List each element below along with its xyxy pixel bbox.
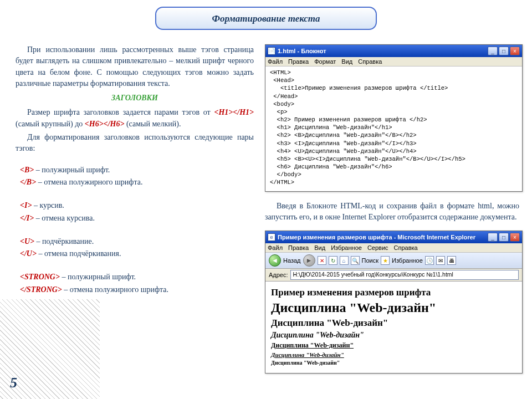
ie-address-bar: Адрес: H:\ДЮ\2014-2015 учебный год\Конку…	[265, 269, 522, 282]
section-heading: ЗАГОЛОВКИ	[16, 93, 254, 104]
notepad-titlebar: 📄 1.html - Блокнот _ □ ×	[265, 45, 522, 57]
tag-list: <B> – полужирный шрифт. </B> – отмена по…	[16, 165, 254, 295]
search-icon[interactable]: 🔍	[351, 256, 360, 265]
ie-window: e Пример изменения размеров шрифта - Mic…	[265, 231, 523, 374]
notepad-window: 📄 1.html - Блокнот _ □ × Файл Правка Фор…	[265, 44, 523, 192]
forward-button[interactable]: ►	[303, 254, 315, 267]
tag-i-open: <I>	[20, 201, 32, 209]
back-label: Назад	[283, 257, 301, 264]
right-column: 📄 1.html - Блокнот _ □ × Файл Правка Фор…	[265, 44, 523, 374]
tag-b-close: </B>	[20, 178, 36, 186]
tag-h6-open: <H6>	[85, 120, 104, 128]
print-icon[interactable]: 🖶	[447, 256, 456, 265]
stop-icon[interactable]: ✕	[318, 256, 326, 265]
tag-h1-close: </H1>	[233, 108, 254, 116]
search-label: Поиск	[362, 257, 378, 264]
notepad-editor[interactable]: <HTML> <Head> <title>Пример изменения ра…	[265, 66, 522, 191]
rendered-h4: Дисциплина "Web-дизайн"	[271, 341, 516, 350]
tag-strong-open: <STRONG>	[20, 273, 60, 281]
rendered-h3: Дисциплина "Web-дизайн"	[271, 331, 516, 340]
ie-minimize-button[interactable]: _	[488, 233, 498, 242]
ie-menu-edit[interactable]: Правка	[288, 244, 309, 251]
rendered-h6: Дисциплина "Web-дизайн"	[271, 360, 516, 366]
para-pairs: Для форматирования заголовков используют…	[16, 132, 254, 155]
ie-menu-file[interactable]: Файл	[268, 244, 283, 251]
ie-close-button[interactable]: ×	[510, 233, 520, 242]
tag-h1-open: <H1>	[214, 108, 233, 116]
ie-menubar: Файл Правка Вид Избранное Сервис Справка	[265, 243, 522, 253]
tag-i-close: </I>	[20, 214, 34, 222]
maximize-button[interactable]: □	[499, 47, 509, 55]
ie-maximize-button[interactable]: □	[499, 233, 509, 242]
ie-title: Пример изменения размеров шрифта - Micro…	[278, 234, 488, 241]
notepad-menubar: Файл Правка Формат Вид Справка	[265, 57, 522, 66]
tag-b-open: <B>	[20, 166, 34, 174]
address-label: Адрес:	[269, 272, 288, 278]
notepad-title: 1.html - Блокнот	[278, 48, 488, 54]
rendered-h5: Дисциплина "Web-дизайн"	[271, 351, 516, 358]
address-field[interactable]: H:\ДЮ\2014-2015 учебный год\Конкурсы\Кон…	[290, 270, 519, 280]
menu-edit[interactable]: Правка	[288, 58, 309, 65]
history-icon[interactable]: 🕓	[425, 256, 434, 265]
para-sizes: Размер шрифта заголовков задается парами…	[16, 107, 254, 130]
refresh-icon[interactable]: ↻	[329, 256, 337, 265]
ie-toolbar: ◄ Назад ► ✕ ↻ ⌂ 🔍 Поиск ★ Избранное 🕓 ✉ …	[265, 253, 522, 269]
para-intro: При использовании лишь рассмотренных выш…	[16, 44, 254, 89]
tag-u-open: <U>	[20, 237, 34, 245]
menu-format[interactable]: Формат	[314, 58, 336, 65]
ie-menu-view[interactable]: Вид	[314, 244, 325, 251]
right-paragraph: Введя в Блокноте HTML-код и сохранив фай…	[265, 201, 523, 223]
left-column: При использовании лишь рассмотренных выш…	[16, 44, 254, 296]
rendered-h2: Пример изменения размеров шрифта	[271, 287, 516, 298]
ie-viewport: Пример изменения размеров шрифта Дисципл…	[265, 282, 522, 373]
menu-help[interactable]: Справка	[358, 58, 382, 65]
ie-menu-tools[interactable]: Сервис	[367, 244, 388, 251]
tag-u-close: </U>	[20, 249, 37, 258]
home-icon[interactable]: ⌂	[340, 256, 349, 265]
notepad-icon: 📄	[268, 47, 275, 55]
close-button[interactable]: ×	[510, 47, 520, 55]
favorites-label: Избранное	[392, 257, 423, 264]
mail-icon[interactable]: ✉	[436, 256, 445, 265]
favorites-icon[interactable]: ★	[381, 256, 390, 265]
rendered-h1: Дисциплина "Web-дизайн"	[271, 300, 516, 315]
ie-menu-fav[interactable]: Избранное	[331, 244, 362, 251]
minimize-button[interactable]: _	[488, 47, 498, 55]
ie-titlebar: e Пример изменения размеров шрифта - Mic…	[265, 231, 522, 243]
menu-view[interactable]: Вид	[341, 58, 352, 65]
ie-icon: e	[268, 233, 275, 241]
page-number: 5	[10, 375, 17, 391]
tag-h6-close: </H6>	[104, 120, 125, 128]
banner-title: Форматирование текста	[155, 7, 377, 30]
back-button[interactable]: ◄	[269, 254, 281, 267]
menu-file[interactable]: Файл	[268, 58, 283, 65]
ie-menu-help[interactable]: Справка	[394, 244, 418, 251]
rendered-h2-bold: Дисциплина "Web-дизайн"	[271, 318, 516, 329]
tag-strong-close: </STRONG>	[20, 285, 62, 294]
